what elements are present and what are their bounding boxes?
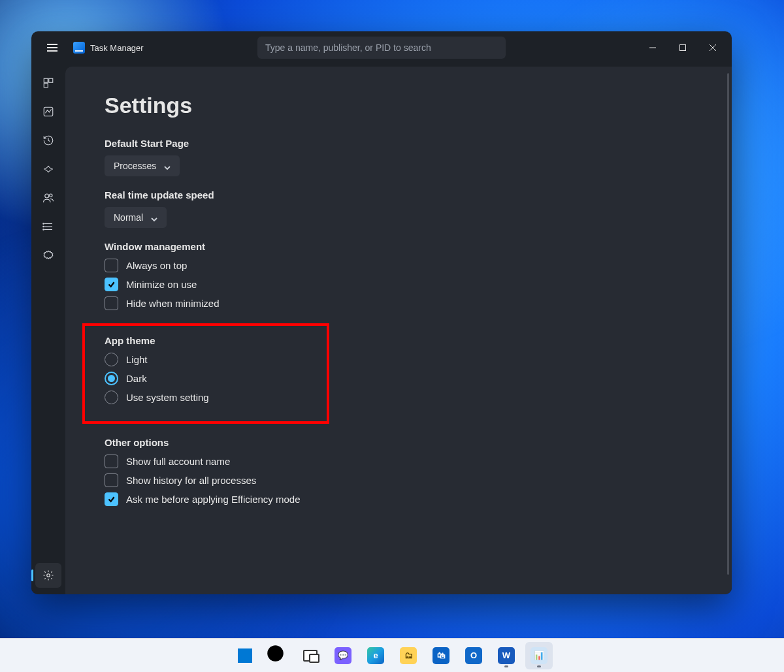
maximize-button[interactable] bbox=[668, 35, 698, 61]
services-icon bbox=[42, 249, 54, 261]
taskbar-edge[interactable]: e bbox=[362, 642, 389, 669]
sidebar-item-details[interactable] bbox=[35, 214, 61, 239]
app-theme-highlight: App theme Light Dark Use system setting bbox=[82, 323, 329, 424]
svg-rect-5 bbox=[49, 78, 53, 82]
svg-rect-4 bbox=[44, 78, 48, 82]
app-title: Task Manager bbox=[90, 43, 144, 53]
hide-when-minimized-checkbox[interactable]: Hide when minimized bbox=[105, 296, 693, 310]
sidebar-item-processes[interactable] bbox=[35, 71, 61, 95]
taskbar-store[interactable]: 🛍 bbox=[427, 642, 455, 669]
svg-point-13 bbox=[43, 223, 44, 225]
sidebar-item-startup[interactable] bbox=[35, 157, 61, 182]
taskbar-outlook[interactable]: O bbox=[460, 642, 487, 669]
taskbar-chat[interactable]: 💬 bbox=[329, 642, 357, 669]
radio-icon bbox=[105, 391, 118, 404]
app-theme-label: App theme bbox=[105, 335, 209, 346]
task-manager-window: Task Manager bbox=[31, 31, 732, 594]
search-icon bbox=[264, 642, 291, 669]
theme-dark-label: Dark bbox=[126, 373, 147, 384]
ask-efficiency-checkbox[interactable]: Ask me before applying Efficiency mode bbox=[105, 492, 693, 506]
checkbox-icon bbox=[105, 492, 118, 506]
checkbox-icon bbox=[105, 278, 118, 291]
theme-system-radio[interactable]: Use system setting bbox=[105, 391, 209, 404]
minimize-on-use-label: Minimize on use bbox=[126, 279, 197, 290]
taskbar-start[interactable] bbox=[231, 642, 259, 669]
edge-icon: e bbox=[367, 647, 384, 664]
minimize-button[interactable] bbox=[638, 35, 668, 61]
task-view-icon bbox=[303, 650, 318, 662]
theme-system-label: Use system setting bbox=[126, 392, 209, 403]
start-icon bbox=[238, 648, 252, 663]
taskbar-search[interactable] bbox=[264, 642, 291, 669]
update-speed-value: Normal bbox=[114, 212, 143, 223]
performance-icon bbox=[42, 106, 54, 118]
svg-rect-6 bbox=[44, 84, 48, 88]
taskbar: 💬 e 🗂 🛍 O W 📊 bbox=[0, 638, 784, 672]
checkbox-icon bbox=[105, 473, 118, 487]
taskbar-task-manager[interactable]: 📊 bbox=[525, 642, 553, 669]
show-history-all-label: Show history for all processes bbox=[126, 475, 256, 486]
radio-icon bbox=[105, 353, 118, 366]
minimize-on-use-checkbox[interactable]: Minimize on use bbox=[105, 278, 693, 291]
svg-point-8 bbox=[45, 194, 49, 198]
theme-light-label: Light bbox=[126, 354, 148, 365]
sidebar-item-app-history[interactable] bbox=[35, 128, 61, 153]
theme-light-radio[interactable]: Light bbox=[105, 353, 209, 366]
sidebar-item-performance[interactable] bbox=[35, 99, 61, 124]
gear-icon bbox=[42, 569, 54, 581]
update-speed-dropdown[interactable]: Normal bbox=[105, 207, 167, 228]
app-icon bbox=[73, 42, 85, 54]
default-start-page-value: Processes bbox=[114, 161, 156, 171]
radio-icon bbox=[105, 372, 118, 385]
history-icon bbox=[42, 135, 54, 146]
svg-point-17 bbox=[267, 645, 284, 662]
checkbox-icon bbox=[105, 296, 118, 310]
page-title: Settings bbox=[105, 93, 693, 118]
svg-point-9 bbox=[50, 194, 53, 197]
chat-icon: 💬 bbox=[335, 647, 351, 664]
svg-point-16 bbox=[47, 574, 50, 577]
sidebar-item-users[interactable] bbox=[35, 185, 61, 210]
other-options-label: Other options bbox=[105, 437, 693, 448]
sidebar-item-services[interactable] bbox=[35, 243, 61, 268]
svg-point-14 bbox=[43, 226, 44, 227]
hamburger-button[interactable] bbox=[39, 35, 65, 61]
close-button[interactable] bbox=[698, 35, 728, 61]
word-icon: W bbox=[498, 647, 515, 664]
show-history-all-checkbox[interactable]: Show history for all processes bbox=[105, 473, 693, 487]
ask-efficiency-label: Ask me before applying Efficiency mode bbox=[126, 494, 301, 505]
processes-icon bbox=[42, 77, 54, 89]
checkbox-icon bbox=[105, 455, 118, 468]
show-full-account-label: Show full account name bbox=[126, 456, 230, 467]
always-on-top-label: Always on top bbox=[126, 260, 187, 271]
users-icon bbox=[42, 192, 54, 204]
update-speed-label: Real time update speed bbox=[105, 189, 693, 200]
default-start-page-label: Default Start Page bbox=[105, 138, 693, 149]
chevron-down-icon bbox=[151, 214, 157, 221]
window-controls bbox=[638, 35, 728, 61]
svg-line-18 bbox=[281, 659, 288, 666]
search-box[interactable] bbox=[257, 37, 506, 59]
task-manager-icon: 📊 bbox=[531, 647, 547, 664]
theme-dark-radio[interactable]: Dark bbox=[105, 372, 209, 385]
hide-when-minimized-label: Hide when minimized bbox=[126, 298, 220, 309]
store-icon: 🛍 bbox=[433, 647, 449, 664]
scrollbar[interactable] bbox=[727, 73, 729, 575]
taskbar-word[interactable]: W bbox=[493, 642, 520, 669]
sidebar bbox=[31, 64, 65, 594]
svg-rect-1 bbox=[680, 45, 686, 51]
taskbar-task-view[interactable] bbox=[297, 642, 324, 669]
always-on-top-checkbox[interactable]: Always on top bbox=[105, 259, 693, 272]
show-full-account-checkbox[interactable]: Show full account name bbox=[105, 455, 693, 468]
titlebar: Task Manager bbox=[31, 31, 732, 64]
sidebar-item-settings[interactable] bbox=[35, 563, 61, 588]
search-input[interactable] bbox=[265, 42, 498, 53]
chevron-down-icon bbox=[164, 163, 171, 169]
file-explorer-icon: 🗂 bbox=[400, 647, 417, 664]
outlook-icon: O bbox=[465, 647, 482, 664]
default-start-page-dropdown[interactable]: Processes bbox=[105, 155, 180, 176]
taskbar-file-explorer[interactable]: 🗂 bbox=[395, 642, 422, 669]
startup-icon bbox=[42, 163, 54, 175]
checkbox-icon bbox=[105, 259, 118, 272]
svg-point-15 bbox=[43, 229, 44, 231]
